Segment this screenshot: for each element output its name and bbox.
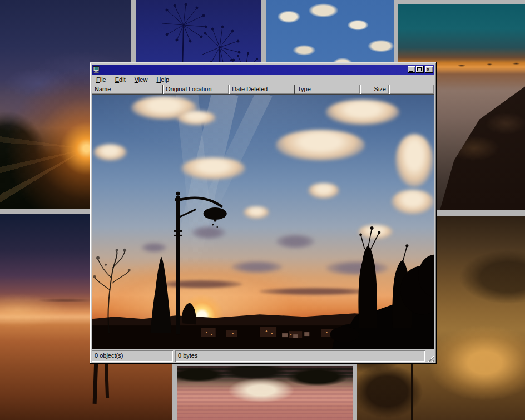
status-byte-count: 0 bytes: [175, 350, 425, 362]
screen: { "desktop": { "tiles": [ {"name": "suns…: [0, 0, 525, 420]
minimize-icon: [409, 71, 413, 72]
file-list-view[interactable]: [92, 95, 434, 349]
recycle-bin-window: × File Edit View Help Name Original Loca…: [90, 62, 437, 364]
menu-help[interactable]: Help: [152, 75, 174, 84]
silhouette-layer: [92, 95, 434, 349]
minimize-button[interactable]: [408, 66, 415, 73]
close-icon: ×: [427, 67, 429, 72]
column-header-name[interactable]: Name: [92, 85, 163, 95]
column-header-original-location[interactable]: Original Location: [163, 85, 229, 95]
status-bar: 0 object(s) 0 bytes: [92, 350, 434, 362]
computer-icon[interactable]: [93, 66, 100, 73]
menu-edit[interactable]: Edit: [111, 75, 131, 84]
resize-grip[interactable]: [427, 354, 434, 362]
close-button[interactable]: ×: [425, 66, 433, 73]
wallpaper-tile-water-reflection: [177, 366, 353, 420]
maximize-icon: [417, 67, 422, 71]
status-object-count: 0 object(s): [92, 350, 173, 362]
maximize-button[interactable]: [416, 66, 424, 73]
menu-view[interactable]: View: [131, 75, 153, 84]
column-header-type[interactable]: Type: [295, 85, 360, 95]
column-header-date-deleted[interactable]: Date Deleted: [229, 85, 295, 95]
titlebar[interactable]: ×: [92, 65, 434, 75]
lake-pole: [105, 362, 109, 398]
menu-bar: File Edit View Help: [92, 75, 434, 85]
column-header-blank[interactable]: [389, 85, 434, 95]
menu-file[interactable]: File: [92, 75, 111, 84]
sunset-photo-background: [92, 95, 434, 349]
lake-pole: [93, 359, 98, 404]
column-header-size[interactable]: Size: [360, 85, 389, 95]
column-header-row: Name Original Location Date Deleted Type…: [92, 85, 434, 95]
